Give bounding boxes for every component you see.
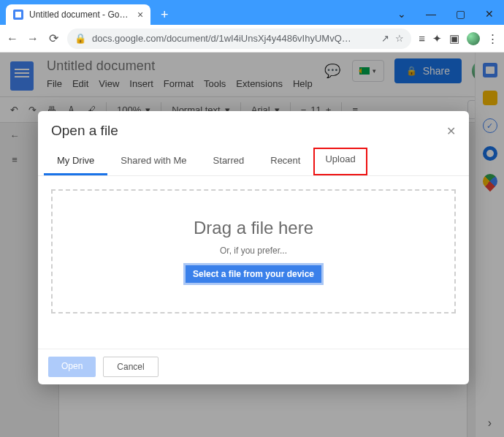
browser-title-bar: Untitled document - Google Docs × + ⌄ — … (0, 0, 504, 25)
window-maximize-button[interactable]: ▢ (446, 3, 475, 25)
window-close-button[interactable]: ✕ (475, 3, 504, 25)
reading-list-icon[interactable]: ≡ (419, 32, 425, 45)
extensions-puzzle-icon[interactable]: ▣ (449, 32, 459, 45)
window-minimize-button[interactable]: — (416, 3, 446, 25)
chrome-menu-icon[interactable]: ⋮ (487, 32, 498, 45)
tab-upload[interactable]: Upload (313, 148, 367, 175)
dropzone-headline: Drag a file here (194, 218, 313, 238)
modal-close-button[interactable]: ✕ (446, 124, 456, 138)
share-url-icon[interactable]: ↗ (381, 33, 389, 44)
picker-tabs: My Drive Shared with Me Starred Recent U… (38, 145, 469, 176)
cancel-button[interactable]: Cancel (103, 357, 158, 377)
modal-header: Open a file ✕ (38, 111, 469, 145)
new-tab-button[interactable]: + (155, 5, 174, 24)
extension-icons: ≡ ✦ ▣ ⋮ (419, 32, 498, 45)
bookmark-star-icon[interactable]: ☆ (395, 33, 404, 44)
open-button[interactable]: Open (48, 357, 96, 377)
select-file-button[interactable]: Select a file from your device (183, 263, 324, 285)
tab-close-icon[interactable]: × (137, 9, 143, 20)
tab-title: Untitled document - Google Docs (29, 10, 131, 20)
window-controls: ⌄ — ▢ ✕ (387, 3, 504, 25)
reload-button[interactable]: ⟳ (47, 31, 60, 45)
address-bar[interactable]: 🔒 docs.google.com/document/d/1wI4iUnsXj4… (67, 28, 411, 49)
docs-app: Untitled document File Edit View Insert … (0, 53, 504, 437)
browser-url-bar: ← → ⟳ 🔒 docs.google.com/document/d/1wI4i… (0, 25, 504, 53)
window-caret-icon[interactable]: ⌄ (387, 3, 416, 25)
modal-footer: Open Cancel (38, 349, 469, 384)
open-file-dialog: Open a file ✕ My Drive Shared with Me St… (38, 111, 469, 384)
lock-icon: 🔒 (75, 33, 86, 44)
tab-shared-with-me[interactable]: Shared with Me (107, 149, 199, 175)
tab-recent[interactable]: Recent (257, 149, 313, 175)
dropzone-subtext: Or, if you prefer... (220, 246, 287, 256)
extension-icon[interactable]: ✦ (432, 32, 442, 45)
profile-avatar-icon[interactable] (467, 32, 480, 45)
forward-button[interactable]: → (26, 32, 39, 45)
file-dropzone[interactable]: Drag a file here Or, if you prefer... Se… (51, 189, 456, 314)
url-text: docs.google.com/document/d/1wI4iUnsXj4y4… (92, 33, 375, 44)
browser-tab[interactable]: Untitled document - Google Docs × (6, 4, 150, 25)
back-button[interactable]: ← (6, 32, 19, 45)
docs-favicon-icon (13, 10, 23, 20)
tab-starred[interactable]: Starred (200, 149, 258, 175)
modal-title: Open a file (51, 123, 118, 139)
dropzone-container: Drag a file here Or, if you prefer... Se… (38, 176, 469, 349)
tab-my-drive[interactable]: My Drive (44, 149, 107, 175)
